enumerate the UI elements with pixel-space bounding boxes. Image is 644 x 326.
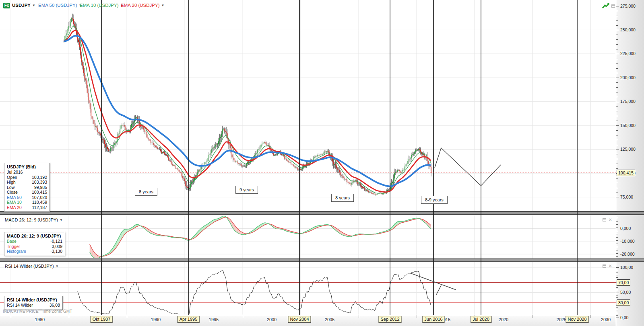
axis-tick xyxy=(616,125,619,126)
time-axis-tick xyxy=(590,315,591,318)
axis-tick xyxy=(616,168,618,169)
axis-tick xyxy=(616,130,618,131)
ema10-legend-item[interactable]: EMA 10 (USDJPY)▼ xyxy=(80,3,123,9)
restore-panel-icon[interactable] xyxy=(611,4,615,8)
axis-tick xyxy=(616,221,618,221)
axis-label: 0,000 xyxy=(620,226,631,231)
axis-tick xyxy=(616,287,618,288)
axis-tick xyxy=(616,54,619,54)
info-box-title: USDJPY (Bid) xyxy=(7,164,47,169)
info-row: Histogram-3,130 xyxy=(7,249,62,254)
axis-tick xyxy=(616,111,618,111)
chevron-down-icon: ▼ xyxy=(60,218,63,222)
cycle-annotation[interactable]: 9 years xyxy=(235,186,258,194)
axis-tick xyxy=(616,16,618,16)
axis-tick xyxy=(616,87,618,88)
axis-label: -20,000 xyxy=(620,252,635,256)
event-date-label[interactable]: Apr 1995 xyxy=(178,316,200,323)
info-row: RSI 14 Wilder36,08 xyxy=(7,303,60,308)
year-label: 2025 xyxy=(557,317,566,322)
axis-tick xyxy=(616,135,618,135)
axis-tick xyxy=(616,68,618,69)
restore-panel-icon[interactable] xyxy=(603,264,606,268)
info-row: Open103,192 xyxy=(7,175,47,180)
axis-tick xyxy=(616,193,618,193)
symbol-selector[interactable]: USDJPY▼ xyxy=(12,3,35,9)
axis-tick xyxy=(616,234,618,234)
axis-tick xyxy=(616,318,619,318)
axis-label: 75,000 xyxy=(620,195,633,199)
price-axis[interactable]: 275,000250,000225,000200,000175,000150,0… xyxy=(616,0,644,326)
time-axis-tick xyxy=(127,315,127,318)
year-label: 1990 xyxy=(151,317,161,322)
axis-tick xyxy=(616,224,618,225)
event-date-label[interactable]: Jun 2016 xyxy=(422,316,444,323)
axis-tick xyxy=(616,21,618,21)
axis-tick xyxy=(616,273,618,273)
close-panel-icon[interactable]: ✕ xyxy=(609,218,612,222)
event-date-label[interactable]: Nov 2028 xyxy=(566,316,588,323)
event-date-label[interactable]: Jul 2020 xyxy=(471,316,491,323)
chart-canvas[interactable] xyxy=(0,0,616,315)
axis-tick xyxy=(616,82,618,83)
axis-tick xyxy=(616,244,618,244)
info-row: Low99,985 xyxy=(7,185,47,190)
axis-tick xyxy=(616,78,619,78)
axis-label: 100,00 xyxy=(620,265,633,270)
axis-tick xyxy=(616,159,618,159)
live-price-arrow-icon[interactable] xyxy=(602,3,611,10)
axis-tick xyxy=(616,164,618,164)
axis-tick xyxy=(616,270,618,270)
event-date-label[interactable]: Okt 1987 xyxy=(91,316,113,323)
axis-tick xyxy=(616,64,618,64)
cycle-annotation[interactable]: 8-9 years xyxy=(421,196,448,204)
year-label: 1995 xyxy=(209,317,219,322)
axis-tick xyxy=(616,97,618,97)
axis-tick xyxy=(616,154,618,154)
time-axis[interactable]: 1980198519901995200020052010201520202025… xyxy=(0,315,616,326)
axis-tick xyxy=(616,116,618,116)
axis-tick xyxy=(616,121,618,121)
close-panel-icon[interactable]: ✕ xyxy=(609,264,612,268)
ema20-legend-item[interactable]: EMA 20 (USDJPY)▼ xyxy=(121,3,164,9)
panel-separator[interactable] xyxy=(616,258,644,262)
axis-tick xyxy=(616,150,619,150)
axis-tick xyxy=(616,39,618,40)
axis-tick xyxy=(616,183,618,183)
last-price-tag: 100,415 xyxy=(617,170,635,176)
axis-label: 275,000 xyxy=(620,4,636,8)
macd-info-box: MACD 26; 12; 9 (USDJPY) Base-0,121Trigge… xyxy=(4,232,65,256)
axis-tick xyxy=(616,25,618,26)
restore-panel-icon[interactable] xyxy=(603,218,606,221)
axis-tick xyxy=(616,253,618,254)
cycle-annotation[interactable]: 8 years xyxy=(331,194,354,202)
axis-label: 200,000 xyxy=(620,75,636,80)
event-date-label[interactable]: Nov 2004 xyxy=(288,316,311,323)
axis-label: 50,00 xyxy=(620,290,631,295)
indicative-price-note: INDICATIVE PRICE Time Zone: GMT xyxy=(3,309,72,314)
axis-label: 250,000 xyxy=(620,27,636,32)
info-row: High103,393 xyxy=(7,180,47,185)
axis-label: -10,000 xyxy=(620,239,635,244)
axis-tick xyxy=(616,231,618,231)
axis-tick xyxy=(616,313,618,313)
time-axis-tick xyxy=(243,315,243,318)
year-label: 2000 xyxy=(267,317,277,322)
axis-tick xyxy=(616,290,618,290)
axis-tick xyxy=(616,256,618,257)
time-axis-tick xyxy=(359,315,359,318)
axis-tick xyxy=(616,237,618,238)
event-date-label[interactable]: Sep 2012 xyxy=(378,316,401,323)
cycle-annotation[interactable]: 8 years xyxy=(135,188,157,196)
info-row: Close100,415 xyxy=(7,190,47,195)
rsi-panel-label[interactable]: RSI 14 Wilder (USDJPY)▼ xyxy=(5,264,59,269)
time-axis-tick xyxy=(533,315,533,318)
macd-panel-label[interactable]: MACD 26; 12; 9 (USDJPY)▼ xyxy=(5,217,63,222)
axis-tick xyxy=(616,275,618,275)
axis-label: 225,000 xyxy=(620,51,636,56)
fx-instrument-icon: Fx xyxy=(3,3,10,8)
panel-separator[interactable] xyxy=(616,211,644,215)
chevron-down-icon: ▼ xyxy=(32,4,35,7)
axis-tick xyxy=(616,102,619,102)
ema50-legend-item[interactable]: EMA 50 (USDJPY)▼ xyxy=(38,3,82,9)
